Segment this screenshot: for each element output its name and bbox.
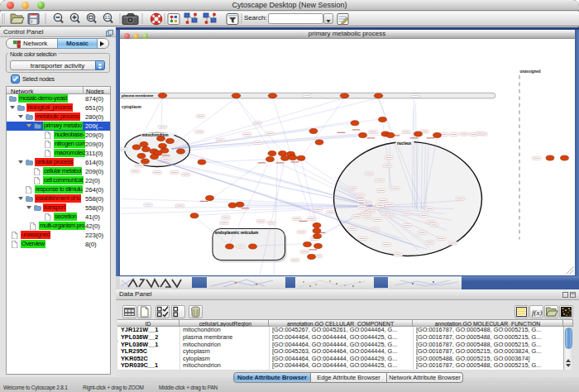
svg-text:f(x): f(x) xyxy=(532,308,543,317)
svg-text:endoplasmic reticulum: endoplasmic reticulum xyxy=(215,230,258,234)
svg-text:nucleus: nucleus xyxy=(397,141,412,145)
svg-text:1:1: 1:1 xyxy=(105,16,111,20)
svg-text:cytoplasm: cytoplasm xyxy=(122,105,141,109)
svg-text:mitochondrion: mitochondrion xyxy=(141,132,168,136)
svg-text:plasma membrane: plasma membrane xyxy=(122,93,154,98)
svg-text:unassigned: unassigned xyxy=(519,69,540,73)
